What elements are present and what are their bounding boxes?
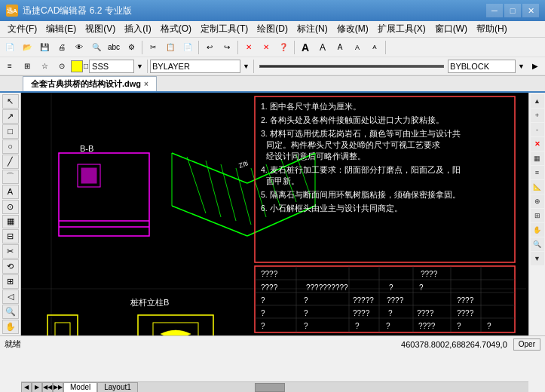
- tab-drawing[interactable]: 全套古典拱桥的结构设计.dwg ×: [23, 76, 157, 91]
- layer-input[interactable]: [89, 60, 134, 73]
- tb-cancel[interactable]: ✕: [258, 39, 274, 56]
- svg-text:?: ?: [388, 309, 393, 317]
- horizontal-track[interactable]: [138, 382, 528, 393]
- tool-pan[interactable]: ✋: [2, 320, 19, 334]
- tb-help[interactable]: ❓: [275, 39, 292, 56]
- tool-rotate[interactable]: ⟲: [2, 259, 19, 274]
- rt-zoomin[interactable]: +: [531, 109, 544, 122]
- rt-snap[interactable]: ⊕: [531, 194, 544, 208]
- tb-copy[interactable]: 📋: [162, 39, 179, 56]
- drawing-content: B-B ZIti 桩杆立柱B: [21, 93, 528, 335]
- tb-layer4[interactable]: ⊙: [54, 58, 70, 75]
- linetype-input[interactable]: [448, 60, 516, 73]
- tool-polyline[interactable]: ⌒: [2, 170, 19, 184]
- tb-search[interactable]: 🔍: [88, 39, 105, 56]
- rt-up[interactable]: ▲: [531, 94, 544, 108]
- rt-pan[interactable]: ✋: [531, 223, 544, 237]
- menu-help[interactable]: 帮助(H): [472, 21, 512, 37]
- tool-scale[interactable]: ⊞: [2, 274, 19, 289]
- tb-right-expand[interactable]: ▶: [527, 58, 543, 75]
- svg-text:????: ????: [418, 322, 436, 330]
- horizontal-thumb[interactable]: [255, 383, 285, 392]
- svg-text:?: ?: [261, 309, 265, 317]
- tool-zoom[interactable]: 🔍: [2, 305, 19, 319]
- tb-layer5[interactable]: [71, 60, 83, 72]
- tb-cut[interactable]: ✂: [145, 39, 161, 56]
- svg-rect-28: [47, 315, 78, 335]
- scroll-prev[interactable]: ◀: [21, 382, 32, 393]
- tool-hatch[interactable]: ▦: [2, 215, 19, 229]
- menu-insert[interactable]: 插入(I): [120, 21, 155, 37]
- tb-text-a2[interactable]: A: [314, 39, 331, 56]
- menu-annotate[interactable]: 标注(N): [292, 21, 332, 37]
- tab-model[interactable]: Model: [63, 382, 97, 393]
- tb-delete[interactable]: ✕: [240, 39, 257, 56]
- menu-window[interactable]: 窗口(W): [430, 21, 472, 37]
- tool-text[interactable]: A: [2, 185, 19, 199]
- tool-trim[interactable]: ✂: [2, 244, 19, 259]
- tb-settings[interactable]: ⚙: [123, 39, 139, 56]
- toolbar-sep-1: [142, 41, 142, 54]
- svg-text:????: ????: [457, 296, 474, 305]
- scroll-next[interactable]: ▶: [32, 382, 42, 393]
- menu-bar: 文件(F) 编辑(E) 视图(V) 插入(I) 格式(O) 定制工具(T) 绘图…: [0, 21, 545, 38]
- toolbar-sep-5: [385, 41, 386, 54]
- tb-preview[interactable]: 👁: [71, 39, 87, 56]
- svg-text:????: ????: [457, 309, 474, 317]
- menu-view[interactable]: 视图(V): [81, 21, 120, 37]
- rt-down[interactable]: ▼: [531, 252, 544, 265]
- menu-custom-tools[interactable]: 定制工具(T): [196, 21, 253, 37]
- rt-zoom[interactable]: 🔍: [531, 237, 544, 251]
- tool-offset[interactable]: ⊟: [2, 229, 19, 243]
- rt-measure[interactable]: 📐: [531, 180, 544, 194]
- minimize-button[interactable]: ─: [486, 4, 503, 17]
- tool-select[interactable]: ↖: [2, 94, 19, 109]
- tb-save[interactable]: 💾: [36, 39, 53, 56]
- tb-undo[interactable]: ↩: [201, 39, 218, 56]
- menu-modify[interactable]: 修改(M): [332, 21, 373, 37]
- svg-text:?: ?: [261, 296, 265, 305]
- close-button[interactable]: ✕: [522, 4, 539, 17]
- tb-layer3[interactable]: ☆: [36, 58, 53, 75]
- tb-layer2[interactable]: ⊞: [19, 58, 35, 75]
- tool-pointer[interactable]: ↗: [2, 109, 19, 124]
- rt-ortho[interactable]: ⊞: [531, 209, 544, 222]
- tool-rect[interactable]: □: [2, 124, 19, 139]
- status-mode[interactable]: Oper: [513, 338, 540, 351]
- tab-layout1[interactable]: Layout1: [97, 382, 138, 393]
- svg-text:????: ????: [421, 270, 438, 278]
- canvas-area[interactable]: B-B ZIti 桩杆立柱B: [21, 93, 528, 335]
- tb-text-a3[interactable]: A: [332, 39, 348, 56]
- svg-text:?: ?: [487, 322, 491, 330]
- rt-close[interactable]: ✕: [531, 137, 544, 151]
- menu-edit[interactable]: 编辑(E): [41, 21, 81, 37]
- tb-text-a4[interactable]: A: [349, 39, 366, 56]
- tool-arc[interactable]: ⊙: [2, 200, 19, 214]
- tb-open[interactable]: 📂: [19, 39, 35, 56]
- tool-line[interactable]: ╱: [2, 155, 19, 169]
- maximize-button[interactable]: □: [504, 4, 521, 17]
- tool-circle[interactable]: ○: [2, 139, 19, 154]
- color-input[interactable]: [150, 60, 240, 73]
- tb-layer1[interactable]: ≡: [2, 58, 18, 75]
- menu-file[interactable]: 文件(F): [3, 21, 41, 37]
- tb-paste[interactable]: 📄: [179, 39, 196, 56]
- svg-text:经设计同意后可略作调整。: 经设计同意后可略作调整。: [266, 152, 366, 161]
- rt-zoomout[interactable]: -: [531, 123, 544, 136]
- tb-print[interactable]: 🖨: [54, 39, 70, 56]
- svg-text:5. 隔离石与断面间用环氧树脂粘接，须确保密接拿固。: 5. 隔离石与断面间用环氧树脂粘接，须确保密接拿固。: [261, 190, 461, 199]
- scroll-last[interactable]: ▶▶: [53, 382, 63, 393]
- rt-grid[interactable]: ▦: [531, 152, 544, 165]
- tool-dimension[interactable]: ◁: [2, 289, 19, 304]
- tb-redo[interactable]: ↪: [219, 39, 235, 56]
- tb-text-a5[interactable]: A: [366, 39, 383, 56]
- tb-spell[interactable]: abc: [106, 39, 122, 56]
- tb-text-a1[interactable]: A: [297, 39, 314, 56]
- scroll-first[interactable]: ◀◀: [42, 382, 53, 393]
- menu-format[interactable]: 格式(O): [156, 21, 196, 37]
- rt-layers[interactable]: ≡: [531, 166, 544, 179]
- tb-new[interactable]: 📄: [2, 39, 18, 56]
- tab-close-icon[interactable]: ×: [144, 80, 148, 88]
- menu-extend-tools[interactable]: 扩展工具(X): [373, 21, 430, 37]
- menu-draw[interactable]: 绘图(D): [253, 21, 292, 37]
